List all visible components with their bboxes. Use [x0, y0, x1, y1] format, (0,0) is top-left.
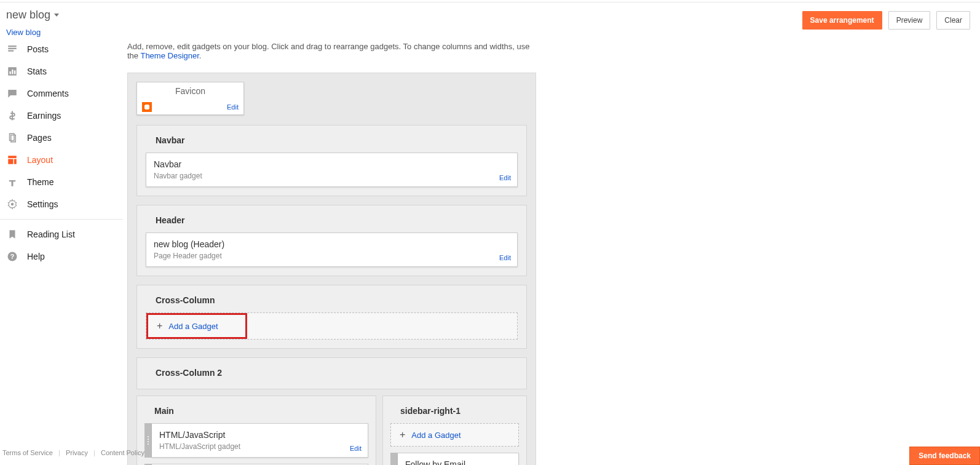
sidebar-item-label: Theme: [27, 177, 54, 187]
blogger-favicon-icon: [142, 102, 152, 112]
clear-button[interactable]: Clear: [936, 11, 970, 30]
comments-icon: [6, 87, 18, 100]
svg-rect-5: [14, 159, 17, 164]
section-title: Navbar: [146, 125, 518, 153]
sidebar-item-label: Pages: [27, 133, 52, 143]
view-blog-link[interactable]: View blog: [6, 28, 59, 37]
sidebar-item-label: Settings: [27, 199, 58, 209]
section-title: Main: [144, 396, 368, 423]
sidebar-item-comments[interactable]: Comments: [0, 82, 123, 105]
svg-rect-2: [14, 71, 15, 74]
section-title: Cross-Column: [146, 285, 518, 312]
help-icon: ?: [6, 250, 18, 263]
terms-link[interactable]: Terms of Service: [2, 449, 53, 456]
section-title: sidebar-right-1: [390, 396, 519, 423]
privacy-link[interactable]: Privacy: [66, 449, 88, 456]
bookmark-icon: [6, 228, 18, 240]
header-edit-link[interactable]: Edit: [499, 254, 511, 261]
sidebar-item-reading-list[interactable]: Reading List: [0, 223, 123, 245]
theme-icon: [6, 176, 18, 188]
section-title: Header: [146, 205, 518, 232]
sidebar-item-label: Reading List: [27, 229, 75, 239]
blog-selector[interactable]: new blog: [6, 9, 59, 22]
sidebar-nav: Posts Stats Comments Earnings Pages Layo…: [0, 38, 123, 268]
sidebar-item-label: Posts: [27, 44, 49, 54]
add-gadget-label: Add a Gadget: [411, 431, 460, 440]
gadget-name: new blog (Header): [154, 239, 510, 249]
favicon-gadget[interactable]: Favicon Edit: [136, 82, 244, 115]
svg-text:?: ?: [10, 253, 14, 260]
sidebar-item-label: Help: [27, 252, 45, 261]
earnings-icon: [6, 109, 18, 122]
sidebar-item-label: Layout: [27, 155, 53, 165]
navbar-section: Navbar Navbar Navbar gadget Edit: [136, 125, 527, 196]
save-arrangement-button[interactable]: Save arrangement: [802, 11, 882, 30]
main-content: Add, remove, edit gadgets on your blog. …: [127, 42, 536, 465]
gadget-subtitle: HTML/JavaScript gadget: [159, 442, 360, 451]
header-section: Header new blog (Header) Page Header gad…: [136, 205, 527, 276]
html-edit-link[interactable]: Edit: [350, 445, 362, 452]
drag-handle[interactable]: [144, 423, 152, 458]
gadget-subtitle: Navbar gadget: [154, 172, 510, 180]
gadget-subtitle: Page Header gadget: [154, 252, 510, 260]
instructions-text: Add, remove, edit gadgets on your blog. …: [127, 42, 536, 60]
sidebar-item-theme[interactable]: Theme: [0, 171, 123, 193]
blog-title-text: new blog: [6, 9, 50, 22]
cross-column-2-section: Cross-Column 2: [136, 357, 527, 389]
html-js-gadget[interactable]: HTML/JavaScript HTML/JavaScript gadget E…: [144, 423, 368, 458]
navbar-edit-link[interactable]: Edit: [499, 174, 511, 181]
drag-handle[interactable]: [390, 453, 398, 465]
sidebar-item-layout[interactable]: Layout: [0, 149, 123, 171]
sidebar-right-section: sidebar-right-1 + Add a Gadget Follow by…: [382, 395, 527, 465]
add-gadget-button[interactable]: + Add a Gadget: [390, 423, 519, 447]
sidebar-item-label: Earnings: [27, 111, 61, 121]
send-feedback-button[interactable]: Send feedback: [909, 447, 980, 465]
sidebar-item-label: Stats: [27, 66, 47, 76]
add-gadget-button[interactable]: + Add a Gadget: [148, 315, 245, 337]
plus-icon: +: [400, 430, 405, 440]
main-section: Main HTML/JavaScript HTML/JavaScript gad…: [136, 395, 376, 465]
svg-point-6: [11, 203, 14, 206]
svg-rect-0: [10, 71, 11, 74]
theme-designer-link[interactable]: Theme Designer: [140, 51, 199, 60]
nav-divider: [0, 219, 123, 220]
sidebar-item-label: Comments: [27, 89, 69, 98]
add-gadget-label: Add a Gadget: [168, 322, 218, 331]
sidebar-item-help[interactable]: ? Help: [0, 245, 123, 268]
sidebar-item-settings[interactable]: Settings: [0, 193, 123, 215]
pages-icon: [6, 132, 18, 144]
settings-icon: [6, 198, 18, 210]
sidebar-item-posts[interactable]: Posts: [0, 38, 123, 60]
svg-rect-3: [8, 156, 17, 158]
cross-column-section: Cross-Column + Add a Gadget: [136, 285, 527, 349]
layout-canvas: Favicon Edit Navbar Navbar Navbar gadget…: [127, 73, 536, 465]
favicon-title: Favicon: [137, 82, 243, 100]
follow-email-gadget[interactable]: Follow by Email Follow by Email gadget E…: [390, 453, 519, 465]
stats-icon: [6, 65, 18, 78]
gadget-name: Follow by Email: [405, 459, 511, 465]
header-gadget[interactable]: new blog (Header) Page Header gadget Edi…: [146, 232, 518, 267]
navbar-gadget[interactable]: Navbar Navbar gadget Edit: [146, 153, 518, 187]
sidebar-item-pages[interactable]: Pages: [0, 127, 123, 149]
highlighted-add-gadget: + Add a Gadget: [146, 313, 247, 339]
gadget-name: HTML/JavaScript: [159, 430, 360, 440]
footer-links: Terms of Service | Privacy | Content Pol…: [2, 449, 144, 456]
plus-icon: +: [157, 321, 162, 331]
layout-icon: [6, 154, 18, 166]
sidebar-item-stats[interactable]: Stats: [0, 60, 123, 82]
svg-rect-4: [8, 159, 13, 164]
preview-button[interactable]: Preview: [888, 11, 931, 30]
content-policy-link[interactable]: Content Policy: [101, 449, 144, 456]
svg-rect-1: [12, 70, 13, 74]
posts-icon: [6, 43, 18, 55]
gadget-name: Navbar: [154, 159, 510, 169]
caret-down-icon: [54, 14, 59, 17]
section-title: Cross-Column 2: [146, 358, 518, 385]
sidebar-item-earnings[interactable]: Earnings: [0, 105, 123, 127]
favicon-edit-link[interactable]: Edit: [227, 103, 239, 111]
